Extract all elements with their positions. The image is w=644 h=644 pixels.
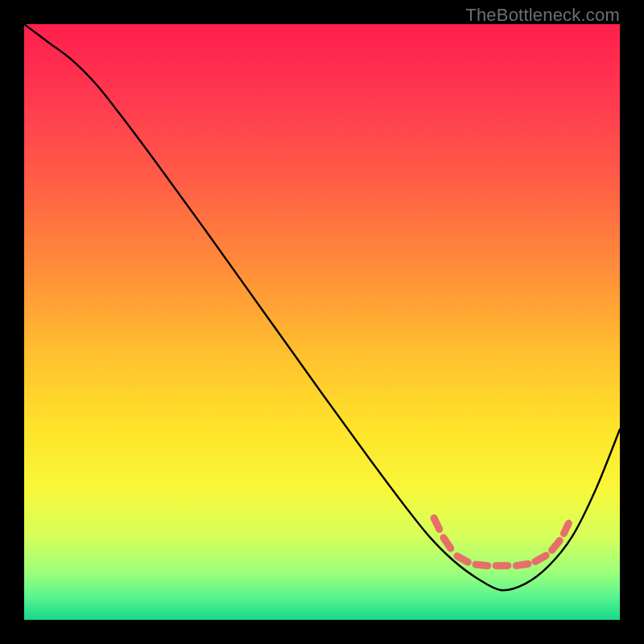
dash-segment (516, 564, 528, 565)
bottleneck-curve (24, 24, 620, 590)
dash-segment (552, 541, 560, 551)
watermark-label: TheBottleneck.com (465, 5, 620, 26)
dash-segment (535, 555, 546, 561)
dash-segment (434, 518, 440, 529)
optimal-range-dash (434, 518, 568, 565)
dash-segment (457, 556, 468, 562)
chart-container: TheBottleneck.com (0, 0, 644, 644)
plot-area (24, 24, 620, 620)
curve-layer (24, 24, 620, 620)
dash-segment (564, 523, 568, 534)
dash-segment (476, 564, 488, 565)
dash-segment (444, 538, 451, 548)
